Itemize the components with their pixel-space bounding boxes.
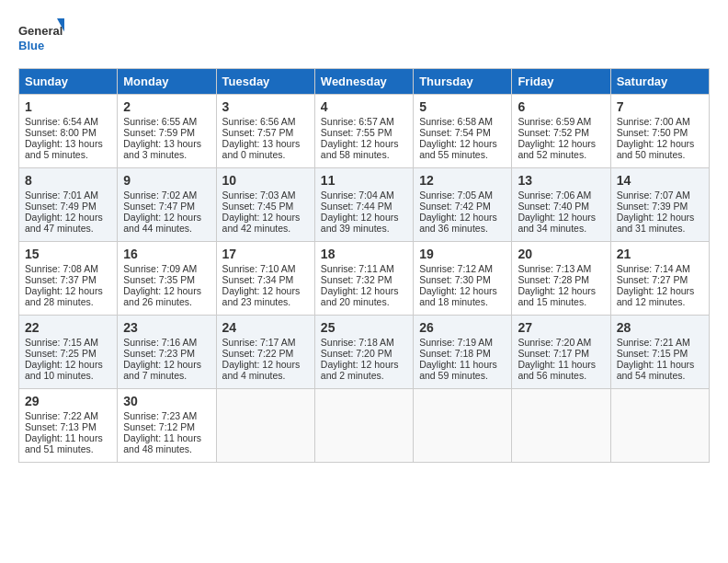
day-cell: 5 Sunrise: 6:58 AM Sunset: 7:54 PM Dayli… xyxy=(414,95,512,168)
daylight: Daylight: 13 hours and 5 minutes. xyxy=(25,138,103,160)
day-number: 8 xyxy=(25,173,111,188)
day-cell: 6 Sunrise: 6:59 AM Sunset: 7:52 PM Dayli… xyxy=(512,95,610,168)
day-cell: 15 Sunrise: 7:08 AM Sunset: 7:37 PM Dayl… xyxy=(19,242,118,316)
day-number: 15 xyxy=(25,247,111,261)
sunset: Sunset: 7:49 PM xyxy=(25,201,97,212)
daylight: Daylight: 12 hours and 28 minutes. xyxy=(25,285,103,307)
day-number: 23 xyxy=(123,320,210,335)
svg-text:Blue: Blue xyxy=(18,39,44,52)
sunrise: Sunrise: 7:12 AM xyxy=(419,263,493,274)
day-number: 25 xyxy=(321,320,407,335)
day-cell: 12 Sunrise: 7:05 AM Sunset: 7:42 PM Dayl… xyxy=(414,168,512,242)
day-number: 14 xyxy=(617,173,703,188)
sunrise: Sunrise: 7:01 AM xyxy=(25,190,98,201)
daylight: Daylight: 13 hours and 0 minutes. xyxy=(222,138,301,160)
sunrise: Sunrise: 6:57 AM xyxy=(321,116,394,127)
day-cell: 25 Sunrise: 7:18 AM Sunset: 7:20 PM Dayl… xyxy=(314,316,413,389)
sunset: Sunset: 7:17 PM xyxy=(518,348,589,359)
day-cell: 26 Sunrise: 7:19 AM Sunset: 7:18 PM Dayl… xyxy=(414,316,512,389)
day-number: 30 xyxy=(123,394,210,408)
sunset: Sunset: 7:20 PM xyxy=(321,348,392,359)
daylight: Daylight: 12 hours and 12 minutes. xyxy=(617,285,695,307)
daylight: Daylight: 12 hours and 2 minutes. xyxy=(321,359,399,381)
sunset: Sunset: 7:23 PM xyxy=(123,348,195,359)
day-cell: 24 Sunrise: 7:17 AM Sunset: 7:22 PM Dayl… xyxy=(216,316,314,389)
sunset: Sunset: 7:57 PM xyxy=(222,127,294,138)
sunset: Sunset: 7:44 PM xyxy=(321,201,392,212)
day-number: 10 xyxy=(222,173,309,188)
day-cell: 8 Sunrise: 7:01 AM Sunset: 7:49 PM Dayli… xyxy=(19,168,118,242)
daylight: Daylight: 12 hours and 50 minutes. xyxy=(617,138,695,160)
day-cell: 20 Sunrise: 7:13 AM Sunset: 7:28 PM Dayl… xyxy=(512,242,610,316)
col-thursday: Thursday xyxy=(414,69,512,95)
day-cell: 1 Sunrise: 6:54 AM Sunset: 8:00 PM Dayli… xyxy=(19,95,118,168)
header-row: SundayMondayTuesdayWednesdayThursdayFrid… xyxy=(19,69,710,95)
day-number: 6 xyxy=(518,99,604,114)
day-cell xyxy=(414,389,512,463)
sunrise: Sunrise: 7:22 AM xyxy=(25,410,98,421)
day-cell xyxy=(610,389,709,463)
day-cell: 16 Sunrise: 7:09 AM Sunset: 7:35 PM Dayl… xyxy=(118,242,216,316)
sunrise: Sunrise: 7:08 AM xyxy=(25,263,98,274)
sunrise: Sunrise: 6:56 AM xyxy=(222,116,296,127)
day-cell: 2 Sunrise: 6:55 AM Sunset: 7:59 PM Dayli… xyxy=(118,95,216,168)
day-cell xyxy=(216,389,314,463)
daylight: Daylight: 12 hours and 36 minutes. xyxy=(419,212,497,234)
day-cell: 10 Sunrise: 7:03 AM Sunset: 7:45 PM Dayl… xyxy=(216,168,314,242)
sunrise: Sunrise: 7:03 AM xyxy=(222,190,296,201)
col-tuesday: Tuesday xyxy=(216,69,314,95)
day-number: 24 xyxy=(222,320,309,335)
sunrise: Sunrise: 6:58 AM xyxy=(419,116,493,127)
svg-text:General: General xyxy=(18,24,63,38)
day-number: 22 xyxy=(25,320,111,335)
day-cell: 13 Sunrise: 7:06 AM Sunset: 7:40 PM Dayl… xyxy=(512,168,610,242)
day-number: 17 xyxy=(222,247,309,261)
sunset: Sunset: 7:35 PM xyxy=(123,274,195,285)
sunset: Sunset: 7:32 PM xyxy=(321,274,392,285)
sunset: Sunset: 7:47 PM xyxy=(123,201,195,212)
logo-svg: General Blue xyxy=(18,18,64,59)
sunrise: Sunrise: 7:21 AM xyxy=(617,337,690,348)
day-number: 12 xyxy=(419,173,506,188)
sunset: Sunset: 7:12 PM xyxy=(123,421,195,432)
sunset: Sunset: 7:13 PM xyxy=(25,421,97,432)
sunrise: Sunrise: 6:59 AM xyxy=(518,116,591,127)
week-row-3: 15 Sunrise: 7:08 AM Sunset: 7:37 PM Dayl… xyxy=(19,242,710,316)
col-wednesday: Wednesday xyxy=(314,69,413,95)
logo: General Blue xyxy=(18,18,64,59)
day-cell: 18 Sunrise: 7:11 AM Sunset: 7:32 PM Dayl… xyxy=(314,242,413,316)
day-cell: 11 Sunrise: 7:04 AM Sunset: 7:44 PM Dayl… xyxy=(314,168,413,242)
day-number: 2 xyxy=(123,99,210,114)
day-cell: 4 Sunrise: 6:57 AM Sunset: 7:55 PM Dayli… xyxy=(314,95,413,168)
sunset: Sunset: 7:34 PM xyxy=(222,274,294,285)
sunrise: Sunrise: 7:00 AM xyxy=(617,116,690,127)
day-number: 20 xyxy=(518,247,604,261)
sunrise: Sunrise: 7:19 AM xyxy=(419,337,493,348)
day-number: 7 xyxy=(617,99,703,114)
sunrise: Sunrise: 7:18 AM xyxy=(321,337,394,348)
day-number: 13 xyxy=(518,173,604,188)
daylight: Daylight: 12 hours and 26 minutes. xyxy=(123,285,201,307)
daylight: Daylight: 11 hours and 48 minutes. xyxy=(123,432,201,454)
day-number: 11 xyxy=(321,173,407,188)
daylight: Daylight: 12 hours and 58 minutes. xyxy=(321,138,399,160)
daylight: Daylight: 12 hours and 15 minutes. xyxy=(518,285,596,307)
sunrise: Sunrise: 7:05 AM xyxy=(419,190,493,201)
sunset: Sunset: 7:27 PM xyxy=(617,274,688,285)
day-number: 16 xyxy=(123,247,210,261)
daylight: Daylight: 12 hours and 55 minutes. xyxy=(419,138,497,160)
sunrise: Sunrise: 6:54 AM xyxy=(25,116,98,127)
sunrise: Sunrise: 7:14 AM xyxy=(617,263,690,274)
sunrise: Sunrise: 7:10 AM xyxy=(222,263,296,274)
day-number: 29 xyxy=(25,394,111,408)
sunset: Sunset: 7:18 PM xyxy=(419,348,491,359)
sunset: Sunset: 7:52 PM xyxy=(518,127,589,138)
sunrise: Sunrise: 7:09 AM xyxy=(123,263,197,274)
sunrise: Sunrise: 6:55 AM xyxy=(123,116,197,127)
daylight: Daylight: 11 hours and 54 minutes. xyxy=(617,359,695,381)
sunrise: Sunrise: 7:15 AM xyxy=(25,337,98,348)
col-saturday: Saturday xyxy=(610,69,709,95)
daylight: Daylight: 12 hours and 20 minutes. xyxy=(321,285,399,307)
day-cell: 14 Sunrise: 7:07 AM Sunset: 7:39 PM Dayl… xyxy=(610,168,709,242)
daylight: Daylight: 11 hours and 51 minutes. xyxy=(25,432,103,454)
